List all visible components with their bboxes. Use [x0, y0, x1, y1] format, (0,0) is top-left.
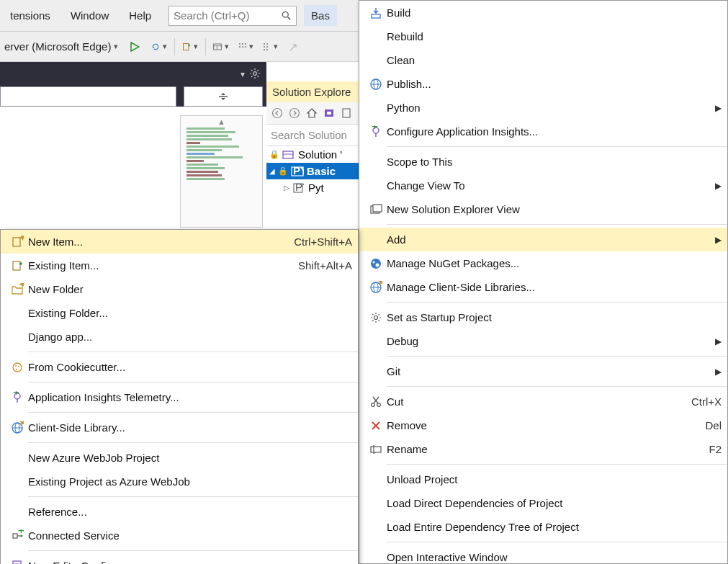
project-menu-item-load-direct-dependencies-of-project[interactable]: Load Direct Dependencies of Project — [359, 491, 727, 515]
more-icon[interactable] — [338, 105, 354, 121]
gear-icon[interactable] — [249, 68, 261, 79]
menu-label: Debug — [387, 335, 709, 347]
view-dropdown[interactable]: ▾ — [241, 69, 245, 79]
menu-label: Cut — [387, 395, 680, 408]
project-menu-item-manage-nuget-packages[interactable]: Manage NuGet Packages... — [359, 251, 727, 275]
menu-label: Existing Project as Azure WebJob — [28, 475, 352, 488]
split-handle[interactable] — [184, 86, 263, 107]
client-lib-icon: ★ — [365, 281, 387, 294]
project-menu-item-build[interactable]: Build — [359, 1, 727, 24]
nav-back-icon[interactable] — [269, 105, 285, 121]
project-menu-item-cut[interactable]: CutCtrl+X — [359, 390, 727, 413]
separator — [174, 38, 175, 55]
project-menu-item-scope-to-this[interactable]: Scope to This — [359, 150, 727, 174]
add-menu-item-existing-item[interactable]: Existing Item...Shift+Alt+A — [1, 254, 358, 277]
menu-label: Rename — [387, 443, 697, 455]
search-input[interactable]: Search (Ctrl+Q) — [168, 6, 297, 26]
project-menu-item-load-entire-dependency-tree-of-project[interactable]: Load Entire Dependency Tree of Project — [359, 515, 727, 539]
svg-line-30 — [258, 70, 259, 71]
nav-forward-icon[interactable] — [287, 105, 302, 121]
add-menu-item-reference[interactable]: Reference... — [1, 500, 358, 524]
project-menu-item-rebuild[interactable]: Rebuild — [359, 24, 727, 48]
project-menu-item-unload-project[interactable]: Unload Project — [359, 467, 727, 491]
arrow-button[interactable] — [287, 39, 302, 55]
project-menu-item-new-solution-explorer-view[interactable]: New Solution Explorer View — [359, 197, 727, 221]
nuget-icon — [365, 257, 387, 270]
tree-solution-node[interactable]: 🔒 Solution ' — [266, 146, 364, 163]
project-menu-item-clean[interactable]: Clean — [359, 48, 727, 72]
project-menu-item-remove[interactable]: RemoveDel — [359, 413, 727, 437]
solution-name-button[interactable]: Bas — [304, 5, 337, 26]
tree-project-node[interactable]: ◢ 🔒 PY Basic — [266, 163, 364, 179]
expand-icon[interactable]: ▷ — [284, 184, 289, 192]
dotted-button-1[interactable] — [238, 39, 253, 55]
project-context-menu: BuildRebuildCleanPublish...Python▶+Confi… — [359, 0, 728, 564]
menu-label: Application Insights Telemetry... — [28, 391, 352, 403]
scroll-up-icon[interactable]: ▲ — [217, 117, 225, 126]
add-menu-item-new-item[interactable]: ✦New Item...Ctrl+Shift+A — [1, 230, 358, 254]
dotted-button-2[interactable] — [262, 39, 278, 55]
publish-icon — [365, 78, 387, 91]
project-menu-item-set-as-startup-project[interactable]: Set as Startup Project — [359, 305, 727, 329]
add-menu-item-client-side-library[interactable]: ★Client-Side Library... — [1, 416, 358, 439]
svg-line-68 — [379, 320, 380, 321]
home-icon[interactable] — [304, 105, 320, 121]
menu-label: From Cookiecutter... — [28, 361, 352, 373]
debug-target-combo[interactable]: erver (Microsoft Edge) — [0, 39, 122, 54]
svg-rect-81 — [13, 261, 20, 270]
solution-search-input[interactable]: Search Solution — [266, 125, 364, 146]
project-menu-item-open-interactive-window[interactable]: Open Interactive Window — [359, 545, 727, 564]
menu-label: Git — [387, 365, 709, 377]
project-menu-item-python[interactable]: Python▶ — [359, 96, 727, 120]
gear-icon — [365, 311, 387, 324]
add-menu-item-existing-project-as-azure-webjob[interactable]: Existing Project as Azure WebJob — [1, 470, 358, 493]
add-menu-item-existing-folder[interactable]: Existing Folder... — [1, 301, 358, 325]
project-menu-item-rename[interactable]: RenameF2 — [359, 437, 727, 461]
solution-explorer-title[interactable]: Solution Explore — [266, 81, 364, 102]
add-menu-item-connected-service[interactable]: +Connected Service — [1, 524, 358, 547]
project-menu-item-publish[interactable]: Publish... — [359, 72, 727, 96]
project-menu-item-git[interactable]: Git▶ — [359, 359, 727, 383]
add-menu-item-new-folder[interactable]: ✦New Folder — [1, 277, 358, 301]
menu-window[interactable]: Window — [60, 5, 119, 26]
cut-icon — [365, 395, 387, 408]
project-menu-item-configure-application-insights[interactable]: +Configure Application Insights... — [359, 120, 727, 143]
svg-point-17 — [266, 43, 268, 45]
layout-button[interactable] — [213, 39, 229, 55]
project-menu-item-add[interactable]: Add▶ — [359, 228, 727, 251]
menu-shortcut: F2 — [709, 443, 722, 455]
svg-point-86 — [15, 365, 17, 367]
menu-label: Publish... — [387, 78, 722, 90]
add-menu-item-new-editorconfig[interactable]: New EditorConfig — [1, 554, 358, 564]
existing-item-icon — [6, 259, 28, 272]
refresh-button[interactable] — [151, 39, 167, 55]
add-menu-item-django-app[interactable]: Django app... — [1, 325, 358, 349]
add-menu-item-from-cookiecutter[interactable]: From Cookiecutter... — [1, 355, 358, 379]
new-file-button[interactable] — [182, 39, 198, 55]
tree-file-node[interactable]: ▷ PY Pyt — [266, 179, 364, 196]
add-menu-item-application-insights-telemetry[interactable]: +Application Insights Telemetry... — [1, 385, 358, 409]
svg-point-71 — [372, 403, 375, 406]
menu-help[interactable]: Help — [119, 5, 161, 26]
menu-separator — [28, 442, 358, 443]
project-menu-item-change-view-to[interactable]: Change View To▶ — [359, 174, 727, 197]
svg-point-14 — [242, 46, 243, 48]
menu-label: Client-Side Library... — [28, 421, 352, 434]
scope-combo[interactable] — [0, 86, 176, 107]
start-debug-button[interactable] — [127, 39, 143, 55]
project-menu-item-manage-client-side-libraries[interactable]: ★Manage Client-Side Libraries... — [359, 275, 727, 299]
menu-extensions[interactable]: tensions — [0, 5, 60, 26]
svg-line-27 — [251, 70, 253, 71]
minimap[interactable]: ▲ — [180, 115, 263, 228]
switch-view-icon[interactable] — [321, 105, 337, 121]
menu-separator — [387, 356, 727, 357]
menu-label: Manage Client-Side Libraries... — [387, 281, 722, 293]
menu-label: Load Direct Dependencies of Project — [387, 497, 722, 509]
minimap-content — [181, 116, 262, 192]
svg-line-67 — [372, 314, 374, 315]
svg-text:+: + — [13, 391, 19, 398]
add-menu-item-new-azure-webjob-project[interactable]: New Azure WebJob Project — [1, 446, 358, 470]
svg-point-0 — [282, 12, 288, 17]
expand-icon[interactable]: ◢ — [269, 167, 275, 175]
project-menu-item-debug[interactable]: Debug▶ — [359, 329, 727, 353]
